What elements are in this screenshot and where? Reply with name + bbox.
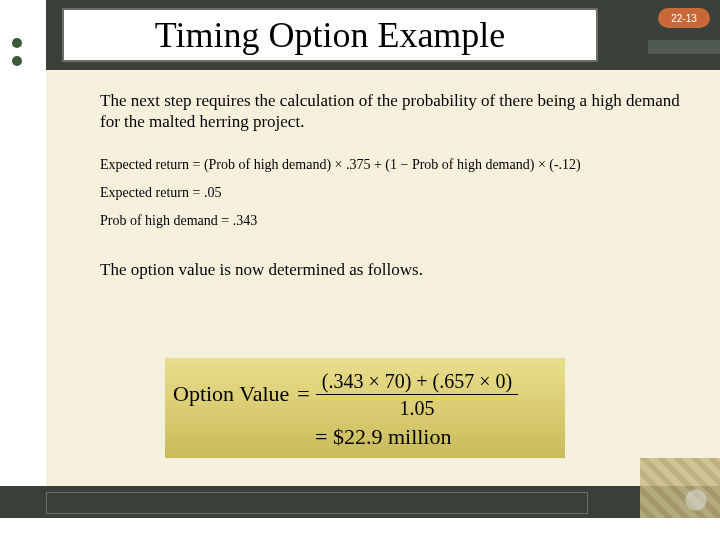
title-underline [648, 40, 720, 54]
bullet-decor-1 [12, 38, 22, 48]
bullet-decor-2 [12, 56, 22, 66]
option-value-label: Option Value [173, 381, 289, 407]
slide-body: The next step requires the calculation o… [100, 90, 690, 298]
fraction-bar [316, 394, 518, 395]
footer-bar [0, 486, 720, 518]
intro-paragraph: The next step requires the calculation o… [100, 90, 690, 133]
equals-sign: = [297, 381, 309, 407]
bottom-margin [0, 518, 720, 540]
left-margin [0, 0, 46, 540]
slide: Timing Option Example 22-13 The next ste… [0, 0, 720, 540]
slide-number-badge: 22-13 [658, 8, 710, 28]
formula-row-1: Option Value = (.343 × 70) + (.657 × 0) … [173, 366, 565, 422]
title-frame: Timing Option Example [62, 8, 598, 62]
equation-line-3: Prob of high demand = .343 [100, 207, 690, 235]
equation-line-2: Expected return = .05 [100, 179, 690, 207]
formula-result: = $22.9 million [173, 424, 565, 450]
fraction: (.343 × 70) + (.657 × 0) 1.05 [316, 370, 518, 419]
equation-line-1: Expected return = (Prob of high demand) … [100, 151, 690, 179]
title-bar: Timing Option Example 22-13 [46, 0, 720, 70]
corner-decor [640, 458, 720, 518]
fraction-numerator: (.343 × 70) + (.657 × 0) [316, 370, 518, 392]
transition-paragraph: The option value is now determined as fo… [100, 259, 690, 280]
slide-number: 22-13 [671, 13, 697, 24]
equation-block: Expected return = (Prob of high demand) … [100, 151, 690, 235]
slide-title: Timing Option Example [155, 14, 506, 56]
option-value-formula: Option Value = (.343 × 70) + (.657 × 0) … [165, 358, 565, 458]
fraction-denominator: 1.05 [393, 397, 440, 419]
